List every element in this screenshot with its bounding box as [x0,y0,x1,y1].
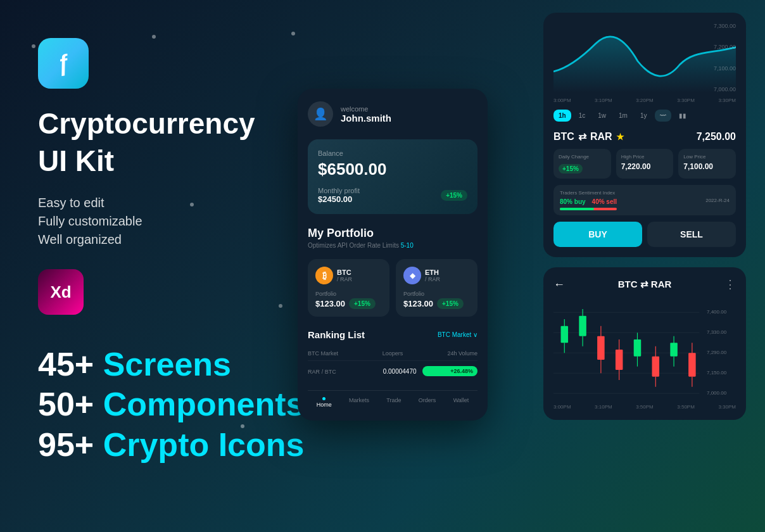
time-1y[interactable]: 1y [635,110,652,122]
sentiment-sell: 40% sell [592,198,617,205]
eth-pair: / RAR [425,276,440,282]
trade-pair: BTC ⇄ RAR ★ [553,130,624,142]
trade-chart-panel: 7,300.00 7,200.00 7,100.00 7,000.00 3:00… [543,13,746,257]
btc-name: BTC [337,269,352,276]
low-price-stat: Low Price 7,100.00 [678,149,736,179]
time-chart-bar[interactable]: ▮▮ [674,110,692,122]
svg-text:7,290.00: 7,290.00 [707,350,727,356]
profit-label: Monthly profit [318,187,360,194]
buy-button[interactable]: BUY [553,222,642,247]
svg-rect-12 [597,336,605,360]
title-line1: Cryptocurrency [38,108,310,140]
welcome-text: welcome [341,105,391,113]
pair-separator: ⇄ [578,130,586,142]
svg-rect-6 [561,326,569,343]
y-label-2: 7,200.00 [714,44,736,50]
crypto-cards: ₿ BTC / RAR Portfolio $123.00 +15% ◆ ETH… [308,259,477,317]
btc-icon-row: ₿ BTC / RAR [315,267,382,284]
chart-y-labels: 7,300.00 7,200.00 7,100.00 7,000.00 [714,23,736,92]
col-volume: 24h Volume [421,350,477,357]
btc-portfolio-row: $123.00 +15% [315,298,382,309]
high-price-value: 7,220.00 [621,162,669,171]
cx-2: 3:10PM [595,404,612,410]
chart-x-labels: 3:00PM 3:10PM 3:20PM 3:30PM 3:30PM [553,98,736,103]
ranking-pair: / BTC [322,369,336,375]
decorative-dot [32,44,35,48]
nav-orders[interactable]: Orders [419,397,436,408]
eth-name: ETH [425,269,440,276]
eth-icon-row: ◆ ETH / RAR [403,267,470,284]
favorite-star-icon[interactable]: ★ [616,132,624,142]
ranking-row-1: RAR / BTC 0.00004470 +26.48% [308,361,477,381]
x-label-2: 3:10PM [595,98,612,103]
btc-info: BTC / RAR [337,269,352,282]
nav-home[interactable]: Home [317,397,332,408]
y-label-1: 7,300.00 [714,23,736,29]
screens-stat: 45+ Screens [38,346,310,383]
x-label-5: 3:30PM [718,98,736,103]
nav-wallet[interactable]: Wallet [453,397,469,408]
cx-1: 3:00PM [553,404,571,410]
back-arrow-icon[interactable]: ← [553,278,565,291]
y-label-4: 7,000.00 [714,86,736,92]
profit-badge: +15% [441,190,467,201]
buy-sell-buttons: BUY SELL [553,222,736,247]
x-label-1: 3:00PM [553,98,571,103]
daily-change-stat: Daily Change +15% [553,149,611,179]
sentiment-info: Traders Sentiment Index 80% buy 40% sell [560,190,617,210]
x-label-3: 3:20PM [636,98,654,103]
logo: ƒ [38,38,89,89]
sentiment-row: Traders Sentiment Index 80% buy 40% sell… [553,185,736,215]
svg-text:7,330.00: 7,330.00 [707,330,727,336]
svg-rect-18 [634,339,642,357]
user-info: welcome John.smith [341,105,391,124]
time-1m[interactable]: 1m [614,110,633,122]
eth-card: ◆ ETH / RAR Portfolio $123.00 +15% [396,259,477,317]
cx-5: 3:30PM [718,404,736,410]
phone-header: 👤 welcome John.smith [308,101,477,127]
price-chart: 7,300.00 7,200.00 7,100.00 7,000.00 [553,23,736,92]
candlestick-chart: 7,400.00 7,330.00 7,290.00 7,150.00 7,00… [553,299,736,400]
candle-x-labels: 3:00PM 3:10PM 3:50PM 3:50PM 3:30PM [553,404,736,410]
phone-nav: Home Markets Trade Orders Wallet [308,390,477,408]
profit-row: Monthly profit $2450.00 +15% [318,187,467,204]
btc-portfolio-label: Portfolio [315,291,382,297]
time-1w[interactable]: 1w [593,110,611,122]
sell-button[interactable]: SELL [647,222,736,247]
svg-rect-15 [616,350,623,370]
more-options-icon[interactable]: ⋮ [724,277,736,291]
ranking-columns: BTC Market Loopers 24h Volume [308,346,477,361]
sentiment-bar-fill [560,208,594,210]
eth-icon: ◆ [403,267,421,284]
svg-text:7,400.00: 7,400.00 [707,310,727,315]
features-list: Easy to edit Fully customizable Well org… [38,196,310,247]
balance-amount: $6500.00 [318,160,467,179]
ranking-filter[interactable]: BTC Market ∨ [438,331,477,338]
btc-icon: ₿ [315,267,333,284]
nav-markets[interactable]: Markets [349,397,369,408]
portfolio-subtitle: Optimizes API Order Rate Limits 5-10 [308,242,477,249]
btc-badge: +15% [349,298,376,309]
xd-logo: Xd [38,269,84,315]
time-chart-line[interactable]: 〰 [655,110,671,122]
sentiment-bar [560,208,617,210]
sentiment-buy: 80% buy [560,198,586,205]
svg-text:7,150.00: 7,150.00 [707,370,727,376]
right-section: 7,300.00 7,200.00 7,100.00 7,000.00 3:00… [543,13,746,420]
user-avatar-icon: 👤 [308,101,333,127]
nav-trade[interactable]: Trade [386,397,401,408]
candle-header: ← BTC ⇄ RAR ⋮ [553,277,736,291]
eth-portfolio-row: $123.00 +15% [403,298,470,309]
balance-card: Balance $6500.00 Monthly profit $2450.00… [308,139,477,214]
time-1d[interactable]: 1c [574,110,591,122]
trade-price: 7,250.00 [697,131,736,142]
time-1h[interactable]: 1h [553,110,571,122]
daily-change-label: Daily Change [559,154,606,160]
btc-card: ₿ BTC / RAR Portfolio $123.00 +15% [308,259,389,317]
svg-rect-21 [652,357,660,377]
logo-icon: ƒ [54,49,72,78]
btc-pair: / RAR [337,276,352,282]
col-btc-market: BTC Market [308,350,364,357]
username: John.smith [341,113,391,124]
feature-2: Fully customizable [38,214,310,229]
